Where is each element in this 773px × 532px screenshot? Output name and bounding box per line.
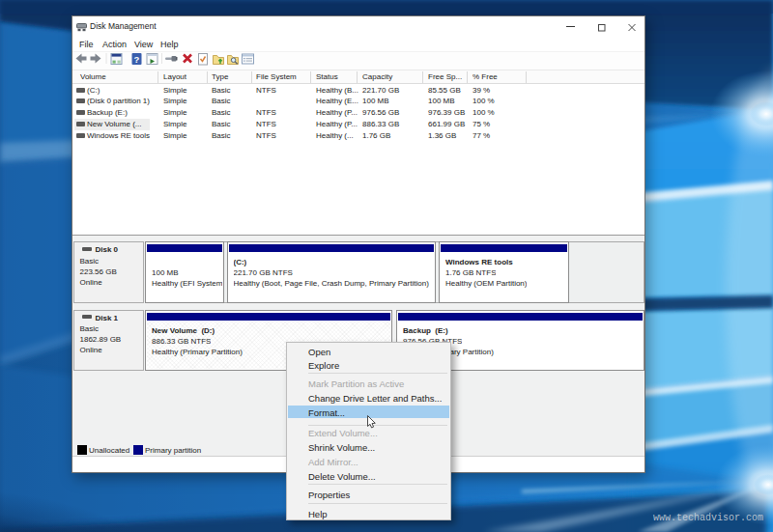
svg-text:?: ? <box>134 54 140 65</box>
